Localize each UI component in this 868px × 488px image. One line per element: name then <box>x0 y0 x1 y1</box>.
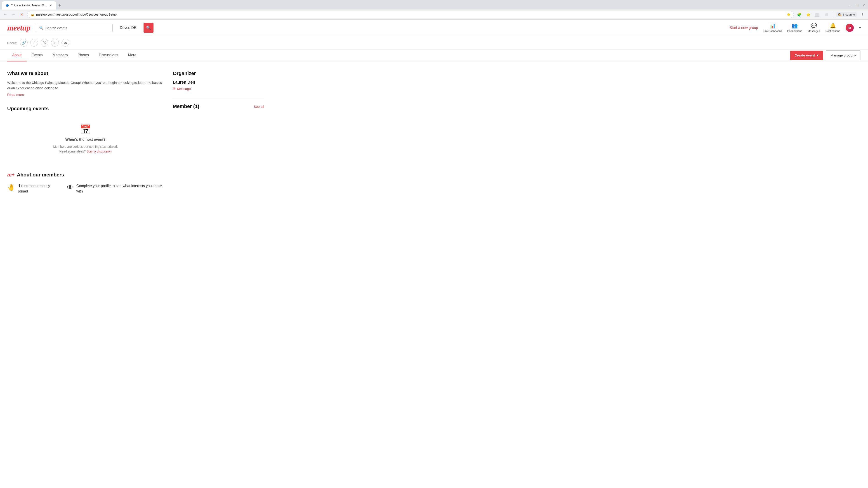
create-event-label: Create event <box>795 53 815 57</box>
about-section: What we're about Welcome to the Chicago … <box>7 70 164 97</box>
nav-about[interactable]: About <box>7 50 27 61</box>
bookmark-button[interactable]: ⭐ <box>805 11 812 18</box>
site-header: meetup 🔍 Dover, DE 🔍 Start a new group 📊… <box>0 20 868 36</box>
group-navigation: About Events Members Photos Discussions … <box>0 50 868 61</box>
notifications-nav-item[interactable]: 🔔 Notifications <box>826 23 840 33</box>
about-text: Welcome to the Chicago Painting Meetup G… <box>7 80 164 91</box>
search-button[interactable]: 🔍 <box>144 23 153 33</box>
empty-events-state: 📅 When's the next event? Members are cur… <box>7 115 164 163</box>
about-members-section: m+ About our members 🤚 1 members recentl… <box>7 172 164 194</box>
more-options-button[interactable]: ⋮ <box>859 11 866 18</box>
read-more-link[interactable]: Read more <box>7 93 24 96</box>
pro-dashboard-icon: 📊 <box>770 23 776 29</box>
share-facebook-icon[interactable]: f <box>30 39 38 46</box>
calendar-icon: 📅 <box>80 124 91 135</box>
address-text: meetup.com/meetup-group-ulfhsivo/?succes… <box>36 13 785 16</box>
member-stat-profile: 👁 Complete your profile to see what inte… <box>67 183 164 194</box>
minimize-button[interactable]: — <box>848 4 851 7</box>
organizer-name: Lauren Deli <box>173 80 264 85</box>
profile-text: Complete your profile to see what intere… <box>76 183 164 194</box>
share-label: Share: <box>7 41 17 45</box>
user-avatar[interactable]: M <box>846 24 854 32</box>
nav-members[interactable]: Members <box>48 50 73 61</box>
pro-dashboard-nav-item[interactable]: 📊 Pro Dashboard <box>763 23 782 33</box>
nav-discussions[interactable]: Discussions <box>94 50 123 61</box>
members-joined-icon: 🤚 <box>7 184 15 191</box>
browser-toolbar: ← → ✕ 🔒 meetup.com/meetup-group-ulfhsivo… <box>0 9 868 20</box>
new-tab-button[interactable]: + <box>56 2 63 9</box>
messages-label: Messages <box>808 30 820 33</box>
members-joined-text: 1 members recently joined <box>18 183 58 194</box>
manage-group-button[interactable]: Manage group ▾ <box>826 51 861 60</box>
active-tab[interactable]: 🔵 Chicago Painting Meetup Grou... ✕ <box>2 1 56 9</box>
meetup-logo[interactable]: meetup <box>7 23 30 33</box>
location-display[interactable]: Dover, DE <box>118 26 138 30</box>
start-new-group-link[interactable]: Start a new group <box>730 26 758 30</box>
tab-title: Chicago Painting Meetup Grou... <box>11 4 47 7</box>
incognito-indicator: 🕵️ Incognito <box>836 12 857 17</box>
members-section: Member (1) See all <box>173 103 264 109</box>
maximize-button[interactable]: ⬜ <box>855 4 859 7</box>
group-nav-actions: Create event ▾ Manage group ▾ <box>790 51 861 60</box>
upcoming-events-section: Upcoming events 📅 When's the next event?… <box>7 106 164 163</box>
about-members-header: m+ About our members <box>7 172 164 178</box>
share-linkedin-icon[interactable]: in <box>51 39 59 46</box>
connections-nav-item[interactable]: 👥 Connections <box>787 23 802 33</box>
forward-button[interactable]: → <box>10 11 17 18</box>
incognito-label: Incognito <box>843 13 855 16</box>
nav-events[interactable]: Events <box>27 50 48 61</box>
nav-buttons: ← → ✕ <box>2 11 25 18</box>
share-link-icon[interactable]: 🔗 <box>20 39 28 46</box>
empty-events-subtitle: Members are curious but nothing's schedu… <box>53 144 118 154</box>
extensions-puzzle-button[interactable]: ⬜ <box>823 11 830 18</box>
tab-favicon: 🔵 <box>5 4 9 7</box>
connections-label: Connections <box>787 30 802 33</box>
extensions-button[interactable]: 🧩 <box>796 11 803 18</box>
section-divider <box>173 98 264 98</box>
header-navigation: 📊 Pro Dashboard 👥 Connections 💬 Messages… <box>763 23 861 33</box>
browser-chrome: 🔵 Chicago Painting Meetup Grou... ✕ + — … <box>0 0 868 20</box>
browser-actions: 🧩 ⭐ ⬜ ⬜ 🕵️ Incognito ⋮ <box>796 11 866 18</box>
search-input[interactable] <box>45 26 109 30</box>
nav-photos[interactable]: Photos <box>72 50 94 61</box>
start-discussion-link[interactable]: Start a discussion <box>87 150 112 153</box>
upcoming-events-title: Upcoming events <box>7 106 164 111</box>
messages-nav-item[interactable]: 💬 Messages <box>808 23 820 33</box>
message-icon: ✉ <box>173 87 176 91</box>
content-right: Organizer Lauren Deli ✉ Message Member (… <box>173 70 264 194</box>
notifications-icon: 🔔 <box>830 23 836 29</box>
chevron-down-icon[interactable]: ▾ <box>859 26 861 30</box>
empty-events-title: When's the next event? <box>65 138 105 142</box>
pro-dashboard-label: Pro Dashboard <box>763 30 782 33</box>
search-icon: 🔍 <box>39 26 43 30</box>
see-all-members-link[interactable]: See all <box>254 105 264 108</box>
address-bar[interactable]: 🔒 meetup.com/meetup-group-ulfhsivo/?succ… <box>27 11 794 18</box>
back-button[interactable]: ← <box>2 11 9 18</box>
create-event-button[interactable]: Create event ▾ <box>790 51 823 60</box>
connections-icon: 👥 <box>792 23 798 29</box>
tab-close-button[interactable]: ✕ <box>49 3 53 8</box>
nav-more[interactable]: More <box>123 50 141 61</box>
manage-group-chevron: ▾ <box>854 53 856 57</box>
share-twitter-icon[interactable]: 𝕏 <box>41 39 49 46</box>
close-button[interactable]: ✕ <box>863 4 865 7</box>
window-controls: — ⬜ ✕ <box>847 4 866 7</box>
profile-window-button[interactable]: ⬜ <box>814 11 821 18</box>
reload-button[interactable]: ✕ <box>18 11 25 18</box>
share-bar: Share: 🔗 f 𝕏 in ✉ <box>0 36 868 50</box>
main-content: What we're about Welcome to the Chicago … <box>0 61 271 203</box>
members-title: Member (1) <box>173 103 199 109</box>
message-organizer-link[interactable]: ✉ Message <box>173 87 264 91</box>
content-left: What we're about Welcome to the Chicago … <box>7 70 164 194</box>
members-stats: 🤚 1 members recently joined 👁 Complete y… <box>7 183 164 194</box>
search-bar[interactable]: 🔍 <box>36 24 113 32</box>
profile-icon: 👁 <box>67 184 73 191</box>
create-event-chevron: ▾ <box>817 53 818 57</box>
meetup-m-icon: m+ <box>7 172 14 178</box>
organizer-section: Organizer Lauren Deli ✉ Message <box>173 70 264 91</box>
share-email-icon[interactable]: ✉ <box>61 39 69 46</box>
about-section-title: What we're about <box>7 70 164 76</box>
member-stat-joined: 🤚 1 members recently joined <box>7 183 58 194</box>
group-nav-items: About Events Members Photos Discussions … <box>7 50 790 61</box>
messages-icon: 💬 <box>811 23 817 29</box>
